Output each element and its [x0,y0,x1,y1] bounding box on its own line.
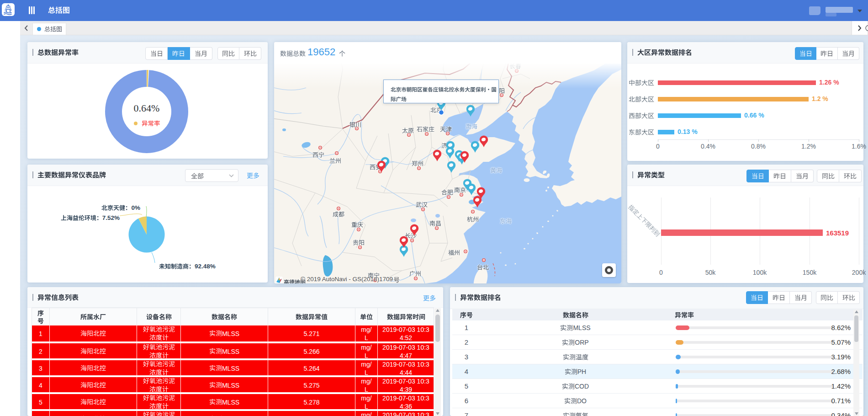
svg-text:0.64%: 0.64% [134,102,160,114]
